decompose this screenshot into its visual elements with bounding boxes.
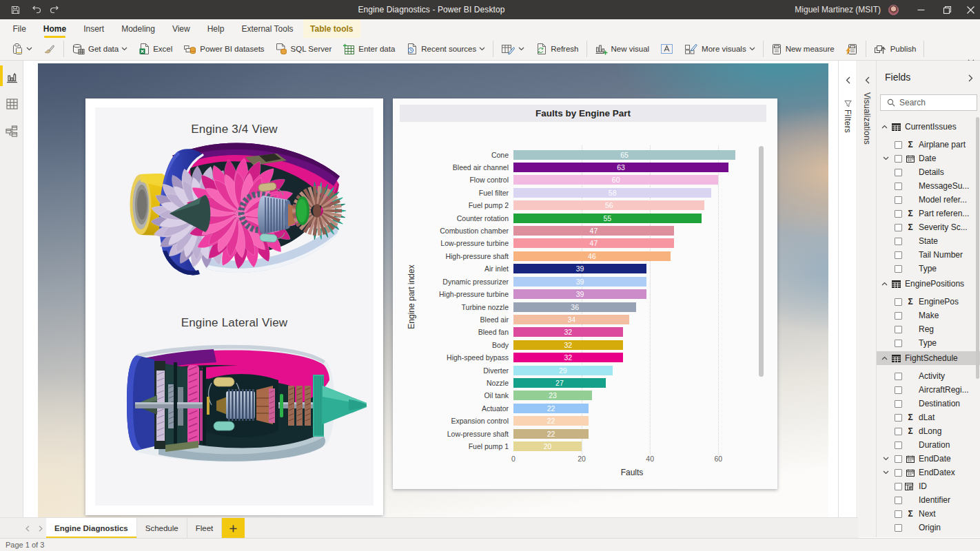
fields-table-currentissues[interactable]: CurrentIssues	[877, 120, 980, 134]
ribbon-tab-table-tools[interactable]: Table tools	[303, 19, 360, 38]
new-visual-button[interactable]: New visual	[589, 40, 655, 58]
enter-data-button[interactable]: Enter data	[337, 40, 400, 58]
field-checkbox[interactable]	[895, 510, 902, 518]
ribbon-tab-file[interactable]: File	[13, 19, 26, 38]
field-row-duration[interactable]: Duration	[877, 438, 980, 452]
field-row-identifier[interactable]: Identifier	[877, 493, 980, 507]
excel-button[interactable]: Excel	[133, 40, 178, 58]
close-button[interactable]	[958, 0, 980, 19]
collapse-table-icon[interactable]	[881, 282, 888, 286]
fields-table-enginepositions[interactable]: EnginePositions	[877, 277, 980, 291]
field-checkbox[interactable]	[895, 469, 902, 477]
get-data-button[interactable]: Get data	[66, 40, 133, 58]
paste-button[interactable]	[6, 40, 38, 58]
next-page-icon[interactable]	[39, 526, 43, 532]
text-box-button[interactable]	[655, 40, 679, 58]
field-checkbox[interactable]	[895, 169, 902, 176]
new-measure-button[interactable]: New measure	[766, 40, 840, 58]
ribbon-tab-view[interactable]: View	[172, 19, 190, 38]
field-checkbox[interactable]	[895, 238, 902, 245]
field-row-dlat[interactable]: ΣdLat	[877, 410, 980, 424]
redo-icon[interactable]	[45, 0, 63, 19]
field-row-type[interactable]: Type	[877, 336, 980, 350]
field-row-airplane-part[interactable]: ΣAirplane part	[877, 138, 980, 152]
field-row-date[interactable]: Date	[877, 152, 980, 165]
recent-sources-button[interactable]: Recent sources	[400, 40, 491, 58]
field-row-origin[interactable]: Origin	[877, 521, 980, 534]
field-checkbox[interactable]	[895, 210, 902, 218]
signed-in-user[interactable]: Miguel Martinez (MSIT)	[795, 0, 881, 19]
field-row-destination[interactable]: Destination	[877, 397, 980, 410]
refresh-button[interactable]: Refresh	[530, 40, 584, 58]
field-checkbox[interactable]	[895, 155, 902, 163]
expand-date-hierarchy-icon[interactable]	[883, 457, 890, 461]
field-row-part-referen[interactable]: ΣPart referen...	[877, 207, 980, 220]
expand-visualizations-icon[interactable]	[858, 74, 876, 87]
field-row-tail-number[interactable]: Tail Number	[877, 248, 980, 262]
save-icon[interactable]	[6, 0, 24, 19]
fields-table-fightschedule[interactable]: FightSchedule	[877, 351, 980, 365]
field-row-severity-sc[interactable]: ΣSeverity Sc...	[877, 220, 980, 234]
user-avatar[interactable]	[888, 5, 899, 15]
field-row-aircraftregi[interactable]: AircraftRegi...	[877, 383, 980, 397]
ribbon-tab-insert[interactable]: Insert	[83, 19, 104, 38]
report-page-background[interactable]: Engine 3/4 View Engine Lateral View Faul…	[38, 63, 828, 517]
page-tab-engine-diagnostics[interactable]: Engine Diagnostics	[46, 518, 137, 539]
field-checkbox[interactable]	[895, 141, 902, 149]
field-checkbox[interactable]	[895, 414, 902, 422]
expand-filters-icon[interactable]	[839, 74, 857, 87]
field-checkbox[interactable]	[895, 483, 902, 490]
transform-data-button[interactable]	[496, 40, 530, 58]
field-row-reg[interactable]: Reg	[877, 322, 980, 336]
field-row-state[interactable]: State	[877, 234, 980, 248]
fields-search-box[interactable]	[880, 94, 977, 111]
field-checkbox[interactable]	[895, 428, 902, 435]
engine-views-visual[interactable]: Engine 3/4 View Engine Lateral View	[85, 98, 383, 515]
field-checkbox[interactable]	[895, 298, 902, 306]
field-checkbox[interactable]	[895, 400, 902, 408]
field-checkbox[interactable]	[895, 524, 902, 532]
data-view-button[interactable]	[0, 94, 23, 114]
field-checkbox[interactable]	[895, 441, 902, 449]
field-checkbox[interactable]	[895, 265, 902, 273]
field-checkbox[interactable]	[895, 455, 902, 463]
field-row-activity[interactable]: Activity	[877, 369, 980, 383]
chart-scrollbar[interactable]	[759, 146, 764, 377]
page-tab-fleet[interactable]: Fleet	[187, 518, 223, 539]
minimize-button[interactable]	[907, 0, 935, 19]
previous-page-icon[interactable]	[25, 526, 30, 532]
field-checkbox[interactable]	[895, 373, 902, 380]
power-bi-datasets-button[interactable]: Power BI datasets	[178, 40, 269, 58]
field-row-details[interactable]: Details	[877, 165, 980, 179]
format-painter-button[interactable]	[38, 40, 61, 58]
field-row-enddate[interactable]: EndDate	[877, 452, 980, 466]
field-row-dlong[interactable]: ΣdLong	[877, 424, 980, 438]
field-checkbox[interactable]	[895, 251, 902, 259]
publish-button[interactable]: Publish	[868, 40, 922, 58]
field-checkbox[interactable]	[895, 326, 902, 333]
field-checkbox[interactable]	[895, 183, 902, 190]
field-row-model-refer[interactable]: Model refer...	[877, 193, 980, 207]
field-row-messagesu[interactable]: MessageSu...	[877, 179, 980, 193]
ribbon-tab-modeling[interactable]: Modeling	[121, 19, 155, 38]
new-page-button[interactable]	[222, 518, 245, 539]
ribbon-tab-external-tools[interactable]: External Tools	[241, 19, 293, 38]
field-checkbox[interactable]	[895, 196, 902, 204]
restore-button[interactable]	[933, 0, 961, 19]
ribbon-tab-home[interactable]: Home	[43, 19, 66, 38]
sql-server-button[interactable]: SQL Server	[270, 40, 338, 58]
report-view-button[interactable]	[0, 67, 23, 87]
visualizations-panel-collapsed[interactable]: Visualizations	[858, 61, 877, 537]
field-row-make[interactable]: Make	[877, 309, 980, 322]
field-row-id[interactable]: ID	[877, 479, 980, 493]
model-view-button[interactable]	[0, 121, 23, 141]
field-row-enginepos[interactable]: ΣEnginePos	[877, 295, 980, 309]
fields-scrollbar[interactable]	[976, 117, 979, 379]
filters-panel-collapsed[interactable]: Filters	[838, 61, 857, 517]
field-row-type[interactable]: Type	[877, 262, 980, 276]
page-tab-schedule[interactable]: Schedule	[137, 518, 187, 539]
collapse-table-icon[interactable]	[881, 356, 888, 360]
ribbon-tab-help[interactable]: Help	[207, 19, 225, 38]
field-row-enddatex[interactable]: EndDatex	[877, 466, 980, 479]
field-checkbox[interactable]	[895, 340, 902, 347]
